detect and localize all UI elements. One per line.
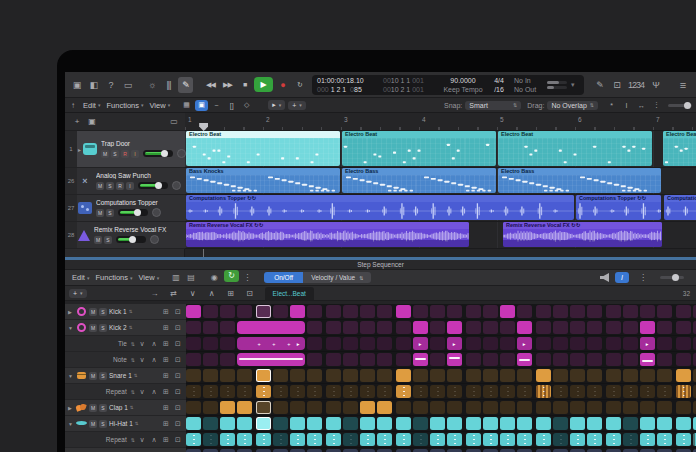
rewind-button[interactable]: ◀◀ xyxy=(203,78,218,92)
menu-functions[interactable]: Functions▾ xyxy=(106,101,143,110)
step-cell[interactable] xyxy=(587,385,602,398)
grid-view-icon[interactable]: ▣ xyxy=(195,100,208,111)
step-cell[interactable] xyxy=(307,433,322,446)
inc-step-icon[interactable]: ∧ xyxy=(149,355,159,365)
step-cell[interactable] xyxy=(237,305,252,318)
step-cell[interactable] xyxy=(343,417,358,430)
step-cell[interactable] xyxy=(186,305,201,318)
volume-knob[interactable] xyxy=(155,182,162,189)
step-cell[interactable] xyxy=(377,353,392,366)
step-cell[interactable] xyxy=(676,337,691,350)
automation-icon[interactable]: ~ xyxy=(210,100,223,111)
step-cell[interactable] xyxy=(377,401,392,414)
step-cell[interactable] xyxy=(536,369,551,382)
disclosure-icon[interactable]: ▶ xyxy=(68,309,74,315)
step-cell[interactable] xyxy=(307,321,322,334)
play-button[interactable]: ▶ xyxy=(254,77,273,92)
step-cell[interactable] xyxy=(676,305,691,318)
s-button[interactable]: S xyxy=(106,182,114,190)
preview-speaker-icon[interactable] xyxy=(600,273,609,282)
track-header[interactable]: 26×Analog Saw PunchMSRI xyxy=(65,168,185,195)
step-cell[interactable] xyxy=(553,321,568,334)
step-cell[interactable] xyxy=(186,385,201,398)
step-cell[interactable] xyxy=(307,353,322,366)
step-cell[interactable] xyxy=(203,417,218,430)
flex-icon[interactable]: [] xyxy=(225,100,238,111)
add-row-button[interactable]: +▾ xyxy=(69,289,87,298)
row-settings-icon[interactable]: ⊡ xyxy=(173,403,183,413)
step-cell[interactable] xyxy=(606,385,621,398)
sequencer-row-repeat[interactable]: Repeat⇅∨∧⊞⊡ xyxy=(65,384,186,400)
step-cell[interactable] xyxy=(237,433,252,446)
snap-dropdown[interactable]: Smart⇅ xyxy=(465,101,521,110)
step-cell[interactable] xyxy=(640,321,655,334)
pointer-tool-button[interactable]: ▸▾ xyxy=(268,100,285,110)
step-cell[interactable] xyxy=(640,417,655,430)
step-cell[interactable]: ▸ xyxy=(640,337,655,350)
step-cell[interactable] xyxy=(517,305,532,318)
step-cell[interactable] xyxy=(623,433,638,446)
step-cell[interactable] xyxy=(377,385,392,398)
step-cell[interactable] xyxy=(237,369,252,382)
step-cell[interactable] xyxy=(430,353,445,366)
step-cell[interactable] xyxy=(676,385,691,398)
step-cell[interactable] xyxy=(447,433,462,446)
step-cell[interactable] xyxy=(483,401,498,414)
seq-menu-edit[interactable]: Edit▾ xyxy=(72,273,89,282)
step-cell[interactable] xyxy=(413,433,428,446)
step-cell[interactable] xyxy=(570,321,585,334)
step-cell[interactable] xyxy=(326,305,341,318)
step-cell[interactable] xyxy=(587,353,602,366)
step-cell[interactable] xyxy=(536,337,551,350)
row-grid-icon[interactable]: ⊞ xyxy=(161,387,171,397)
step-cell[interactable] xyxy=(657,385,672,398)
row-settings-icon[interactable]: ⊡ xyxy=(173,339,183,349)
step-cell[interactable] xyxy=(256,401,271,414)
step-cell[interactable] xyxy=(500,433,515,446)
step-cell[interactable] xyxy=(623,337,638,350)
step-cell[interactable] xyxy=(360,417,375,430)
step-cell[interactable] xyxy=(343,401,358,414)
pattern-copy-icon[interactable]: ▥ xyxy=(168,270,183,286)
step-cell[interactable] xyxy=(587,337,602,350)
lcd-display[interactable]: 01:00:00:18.10 000 1 2 1 085 0010 1 1 00… xyxy=(312,75,584,95)
step-cell[interactable] xyxy=(570,401,585,414)
volume-slider[interactable] xyxy=(118,209,148,216)
s-button[interactable]: S xyxy=(104,236,112,244)
list-icon[interactable]: ≡ xyxy=(675,77,690,93)
tracks-view-icon[interactable]: ▦ xyxy=(180,100,193,111)
step-cell[interactable] xyxy=(377,337,392,350)
step-cell[interactable] xyxy=(220,337,235,350)
row-grid-icon[interactable]: ⊞ xyxy=(161,307,171,317)
step-cell[interactable] xyxy=(587,417,602,430)
step-cell[interactable] xyxy=(343,337,358,350)
step-cell[interactable] xyxy=(500,353,515,366)
step-cell[interactable]: ▸ xyxy=(413,337,428,350)
step-cell[interactable] xyxy=(290,401,305,414)
dec-step-icon[interactable]: ∨ xyxy=(137,355,147,365)
sequencer-row-clap-1[interactable]: ▶MSClap 1⇅⊞⊡ xyxy=(65,400,186,416)
step-cell[interactable] xyxy=(273,433,288,446)
forward-button[interactable]: ▶▶ xyxy=(220,78,235,92)
step-cell[interactable] xyxy=(640,353,655,366)
step-cell[interactable] xyxy=(500,305,515,318)
step-cell[interactable] xyxy=(430,321,445,334)
step-cell[interactable] xyxy=(396,337,411,350)
step-cell[interactable] xyxy=(220,305,235,318)
step-cell[interactable] xyxy=(483,321,498,334)
step-cell[interactable]: ▸ xyxy=(517,337,532,350)
menu-edit[interactable]: Edit▾ xyxy=(83,101,100,110)
step-cell[interactable] xyxy=(466,433,481,446)
volume-slider[interactable] xyxy=(116,236,146,243)
track-lane[interactable]: Bass KnocksElectro BassElectro Bass xyxy=(185,168,696,195)
step-cell[interactable] xyxy=(466,401,481,414)
step-cell[interactable] xyxy=(517,417,532,430)
step-cell[interactable] xyxy=(500,385,515,398)
step-cell[interactable] xyxy=(220,353,235,366)
step-cell[interactable] xyxy=(657,417,672,430)
dec-step-icon[interactable]: ∨ xyxy=(137,387,147,397)
region[interactable]: Electro Beat xyxy=(663,131,696,166)
step-cell[interactable] xyxy=(640,401,655,414)
step-cell[interactable] xyxy=(430,337,445,350)
volume-slider[interactable] xyxy=(143,150,173,157)
